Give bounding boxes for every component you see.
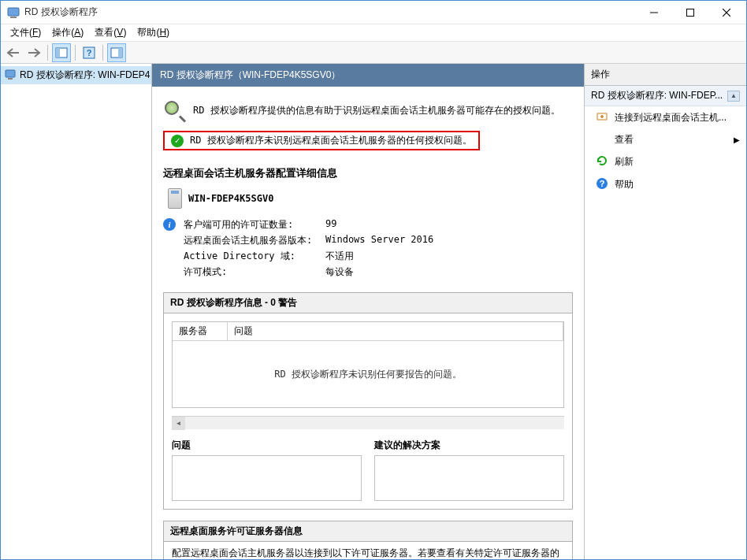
diag-info-title: RD 授权诊断程序信息 - 0 警告 [164,293,572,313]
help-button[interactable]: ? [80,43,98,62]
center-panel: RD 授权诊断程序（WIN-FDEP4K5SGV0） RD 授权诊断程序提供的信… [152,64,585,559]
actions-sub-label: RD 授权诊断程序: WIN-FDEP... [591,89,723,102]
actions-panel: 操作 RD 授权诊断程序: WIN-FDEP... ▲ 连接到远程桌面会话主机.… [585,64,746,559]
show-tree-button[interactable] [52,43,71,62]
server-name: WIN-FDEP4K5SGV0 [188,193,273,204]
maximize-button[interactable] [672,1,708,24]
detail-label: 许可模式: [184,265,325,279]
action-view-label: 查看 [615,133,634,146]
center-header: RD 授权诊断程序（WIN-FDEP4K5SGV0） [152,64,584,87]
action-refresh-label: 刷新 [615,155,634,169]
collapse-icon[interactable]: ▲ [727,91,740,102]
action-view[interactable]: 查看 ▶ [585,129,746,150]
tree-root-label: RD 授权诊断程序: WIN-FDEP4 [20,69,150,82]
detail-label: Active Directory 域: [184,250,325,263]
table-empty-msg: RD 授权诊断程序未识别任何要报告的问题。 [173,341,563,407]
close-button[interactable] [708,1,745,24]
info-text: RD 授权诊断程序提供的信息有助于识别远程桌面会话主机服务器可能存在的授权问题。 [193,104,560,117]
magnifier-icon [163,99,185,121]
action-connect[interactable]: 连接到远程桌面会话主机... [585,106,746,129]
server-icon [168,188,182,209]
solutions-box: 建议的解决方案 [374,439,564,501]
actions-header: 操作 [585,64,746,86]
show-actions-button[interactable] [107,43,126,62]
problems-box: 问题 [172,439,362,501]
action-connect-label: 连接到远程桌面会话主机... [615,111,727,124]
svg-rect-12 [6,70,15,77]
detail-value: 不适用 [325,250,354,263]
detail-value: Windows Server 2016 [325,234,433,247]
table-header: 服务器 问题 [173,322,563,341]
tree-panel: RD 授权诊断程序: WIN-FDEP4 [1,64,152,559]
detail-label: 客户端可用的许可证数量: [184,218,325,232]
scroll-left-icon[interactable]: ◄ [172,417,185,430]
back-button[interactable] [4,43,23,62]
app-window: RD 授权诊断程序 文件(F) 操作(A) 查看(V) 帮助(H) ? RD 授… [0,0,747,560]
app-icon [7,6,20,19]
license-desc: 配置远程桌面会话主机服务器以连接到以下许可证服务器。若要查看有关特定许可证服务器… [164,542,572,559]
solutions-area [374,455,564,501]
status-text: RD 授权诊断程序未识别远程桌面会话主机服务器的任何授权问题。 [190,134,472,147]
svg-rect-7 [56,48,60,57]
svg-rect-1 [10,17,17,18]
info-icon: i [163,218,176,231]
svg-rect-3 [687,9,694,16]
action-help-label: 帮助 [615,178,634,191]
svg-text:?: ? [600,179,605,188]
status-highlight-box: ✓ RD 授权诊断程序未识别远程桌面会话主机服务器的任何授权问题。 [163,131,480,150]
col-problem[interactable]: 问题 [228,322,563,340]
col-server[interactable]: 服务器 [173,322,228,340]
info-row: RD 授权诊断程序提供的信息有助于识别远程桌面会话主机服务器可能存在的授权问题。 [163,95,573,131]
toolbar-separator [47,45,48,61]
toolbar-separator [75,45,76,61]
svg-rect-13 [8,78,13,80]
action-help[interactable]: ? 帮助 [585,173,746,196]
menu-action[interactable]: 操作(A) [47,24,88,41]
diagnoser-icon [4,68,17,83]
titlebar: RD 授权诊断程序 [1,1,746,24]
server-row: WIN-FDEP4K5SGV0 [168,188,573,209]
menu-file[interactable]: 文件(F) [6,24,46,41]
submenu-arrow-icon: ▶ [734,135,740,144]
svg-rect-0 [8,8,19,16]
svg-text:?: ? [87,48,92,57]
details-grid: 客户端可用的许可证数量:99 远程桌面会话主机服务器版本:Windows Ser… [184,218,433,281]
forward-button[interactable] [24,43,43,62]
tree-root-item[interactable]: RD 授权诊断程序: WIN-FDEP4 [1,66,151,84]
toolbar-separator [102,45,103,61]
detail-value: 每设备 [325,265,354,279]
two-col: 问题 建议的解决方案 [164,439,572,509]
help-icon: ? [596,177,608,192]
menu-view[interactable]: 查看(V) [90,24,131,41]
detail-value: 99 [325,218,336,232]
window-title: RD 授权诊断程序 [24,6,636,19]
center-body: RD 授权诊断程序提供的信息有助于识别远程桌面会话主机服务器可能存在的授权问题。… [152,87,584,559]
svg-rect-11 [118,48,122,57]
connect-icon [596,110,608,125]
action-refresh[interactable]: 刷新 [585,150,746,173]
main-area: RD 授权诊断程序: WIN-FDEP4 RD 授权诊断程序（WIN-FDEP4… [1,64,746,559]
problems-area [172,455,362,501]
window-controls [636,1,745,24]
license-server-title: 远程桌面服务许可证服务器信息 [164,521,572,542]
diag-info-group: RD 授权诊断程序信息 - 0 警告 服务器 问题 RD 授权诊断程序未识别任何… [163,292,573,510]
license-server-group: 远程桌面服务许可证服务器信息 配置远程桌面会话主机服务器以连接到以下许可证服务器… [163,521,573,559]
config-title: 远程桌面会话主机服务器配置详细信息 [163,166,573,180]
refresh-icon [596,154,608,169]
minimize-button[interactable] [636,1,672,24]
h-scrollbar[interactable]: ◄ [172,416,564,429]
ok-icon: ✓ [171,135,184,147]
solutions-heading: 建议的解决方案 [374,439,564,452]
problems-heading: 问题 [172,439,362,452]
menu-help[interactable]: 帮助(H) [132,24,174,41]
toolbar: ? [1,42,746,64]
menubar: 文件(F) 操作(A) 查看(V) 帮助(H) [1,24,746,42]
detail-label: 远程桌面会话主机服务器版本: [184,234,325,247]
diag-table: 服务器 问题 RD 授权诊断程序未识别任何要报告的问题。 [172,321,564,408]
actions-subheader: RD 授权诊断程序: WIN-FDEP... ▲ [585,86,746,106]
